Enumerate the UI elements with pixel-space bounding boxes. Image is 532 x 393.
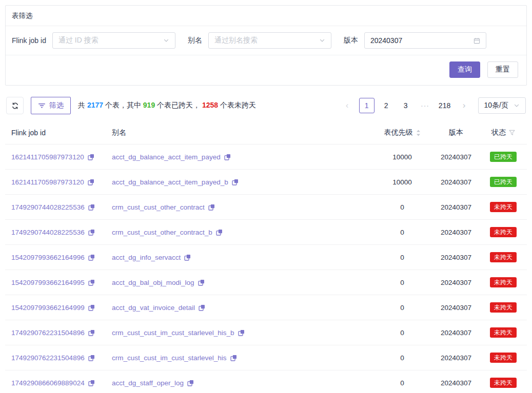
row-id-link[interactable]: 1542097993662164999 bbox=[11, 304, 85, 312]
calendar-icon bbox=[474, 37, 480, 44]
version-date-input[interactable]: 20240307 bbox=[364, 32, 486, 49]
row-version: 20240307 bbox=[432, 270, 480, 295]
filter-card: 表筛选 Flink job id 通过 ID 搜索 别名 通过别名搜索 版本 2… bbox=[5, 5, 527, 86]
pagination-next-icon[interactable]: › bbox=[457, 98, 472, 113]
copy-icon[interactable] bbox=[88, 204, 95, 211]
row-alias-link[interactable]: crm_cust_cust_other_contract bbox=[112, 203, 205, 211]
summary-part2: 个表，其中 bbox=[103, 101, 143, 109]
row-id-link[interactable]: 1542097993662164996 bbox=[11, 254, 85, 261]
table-row: 1542097993662164996 acct_dg_info_servacc… bbox=[5, 245, 527, 270]
column-header-priority: 表优先级 bbox=[372, 121, 432, 144]
table-row: 1749290866069889024 acct_dg_staff_oper_l… bbox=[5, 370, 527, 393]
filter-button[interactable]: 筛选 bbox=[31, 97, 71, 114]
copy-icon[interactable] bbox=[187, 380, 194, 386]
row-version: 20240307 bbox=[432, 320, 480, 345]
filter-button-label: 筛选 bbox=[49, 101, 64, 110]
copy-icon[interactable] bbox=[216, 229, 223, 236]
row-id-link[interactable]: 1621411705987973120 bbox=[11, 178, 84, 186]
reset-button[interactable]: 重置 bbox=[487, 61, 518, 78]
query-button[interactable]: 查询 bbox=[449, 61, 480, 78]
flink-job-id-placeholder: 通过 ID 搜索 bbox=[58, 36, 98, 45]
copy-icon[interactable] bbox=[88, 329, 95, 336]
copy-icon[interactable] bbox=[232, 179, 239, 185]
copy-icon[interactable] bbox=[88, 355, 95, 361]
row-alias-link[interactable]: crm_cust_cust_im_cust_starlevel_his_b bbox=[112, 329, 234, 337]
status-badge: 已跨天 bbox=[490, 152, 517, 162]
table-row: 1749290744028225536 crm_cust_cust_other_… bbox=[5, 195, 527, 220]
pagination-page-2[interactable]: 2 bbox=[379, 98, 394, 113]
table-body: 1621411705987973120 acct_dg_balance_acct… bbox=[5, 144, 527, 393]
pagination-page-218[interactable]: 218 bbox=[437, 98, 452, 113]
copy-icon[interactable] bbox=[88, 380, 95, 386]
row-id-link[interactable]: 1542097993662164995 bbox=[11, 279, 85, 286]
version-label: 版本 bbox=[344, 36, 358, 45]
status-badge: 未跨天 bbox=[490, 252, 517, 262]
row-priority: 0 bbox=[372, 220, 432, 245]
table-row: 1749290762231504896 crm_cust_cust_im_cus… bbox=[5, 345, 527, 370]
table-row: 1542097993662164999 acct_dg_vat_invoice_… bbox=[5, 295, 527, 320]
flink-job-id-select[interactable]: 通过 ID 搜索 bbox=[52, 32, 175, 49]
row-id-link[interactable]: 1749290762231504896 bbox=[11, 329, 85, 337]
alias-placeholder: 通过别名搜索 bbox=[214, 36, 258, 45]
row-alias-link[interactable]: crm_cust_cust_im_cust_starlevel_his bbox=[112, 354, 227, 362]
copy-icon[interactable] bbox=[88, 179, 94, 185]
row-id-link[interactable]: 1749290744028225536 bbox=[11, 229, 85, 236]
status-badge: 未跨天 bbox=[490, 327, 517, 338]
page: 表筛选 Flink job id 通过 ID 搜索 别名 通过别名搜索 版本 2… bbox=[0, 0, 532, 393]
copy-icon[interactable] bbox=[88, 154, 94, 160]
copy-icon[interactable] bbox=[88, 279, 95, 286]
summary-part3: 个表已跨天， bbox=[155, 101, 202, 109]
pagination-page-3[interactable]: 3 bbox=[398, 98, 413, 113]
copy-icon[interactable] bbox=[224, 154, 231, 160]
column-header-version: 版本 bbox=[432, 121, 480, 144]
pagination-prev-icon[interactable]: ‹ bbox=[340, 98, 355, 113]
copy-icon[interactable] bbox=[230, 355, 237, 361]
funnel-filter-icon[interactable] bbox=[509, 130, 515, 136]
pagination-page-1[interactable]: 1 bbox=[359, 98, 375, 113]
copy-icon[interactable] bbox=[208, 204, 215, 211]
row-alias-link[interactable]: acct_dg_balance_acct_item_payed_b bbox=[112, 178, 228, 186]
row-alias-link[interactable]: acct_dg_staff_oper_log bbox=[112, 379, 184, 387]
copy-icon[interactable] bbox=[198, 279, 205, 286]
row-priority: 0 bbox=[372, 195, 432, 220]
filter-lines-icon bbox=[38, 102, 46, 109]
summary-crossed: 919 bbox=[143, 101, 155, 109]
row-alias-link[interactable]: acct_dg_bal_obj_modi_log bbox=[112, 279, 194, 286]
flink-job-id-label: Flink job id bbox=[12, 36, 46, 45]
row-version: 20240307 bbox=[432, 144, 480, 170]
row-alias-link[interactable]: acct_dg_vat_invoice_detail bbox=[112, 304, 195, 312]
table-row: 1621411705987973120 acct_dg_balance_acct… bbox=[5, 144, 527, 170]
row-id-link[interactable]: 1749290762231504896 bbox=[11, 354, 85, 362]
copy-icon[interactable] bbox=[199, 304, 205, 311]
table-row: 1621411705987973120 acct_dg_balance_acct… bbox=[5, 170, 527, 195]
row-alias-link[interactable]: crm_cust_cust_other_contract_b bbox=[112, 229, 212, 236]
copy-icon[interactable] bbox=[88, 304, 95, 311]
row-alias-link[interactable]: acct_dg_balance_acct_item_payed bbox=[112, 153, 221, 161]
row-id-link[interactable]: 1749290866069889024 bbox=[11, 379, 85, 387]
status-header-label: 状态 bbox=[491, 128, 506, 137]
filter-actions: 查询 重置 bbox=[6, 55, 526, 85]
row-priority: 0 bbox=[372, 295, 432, 320]
pagination: ‹123···218›10条/页 bbox=[340, 97, 526, 114]
alias-label: 别名 bbox=[188, 36, 202, 45]
row-version: 20240307 bbox=[432, 345, 480, 370]
copy-icon[interactable] bbox=[184, 254, 191, 261]
table-toolbar: 筛选 共 2177 个表，其中 919 个表已跨天， 1258 个表未跨天 ‹1… bbox=[6, 97, 526, 114]
copy-icon[interactable] bbox=[238, 329, 245, 336]
copy-icon[interactable] bbox=[88, 254, 95, 261]
refresh-button[interactable] bbox=[6, 97, 24, 114]
column-header-status: 状态 bbox=[480, 121, 527, 144]
sort-icon[interactable] bbox=[416, 130, 421, 136]
summary-uncrossed: 1258 bbox=[202, 101, 218, 109]
row-alias-link[interactable]: acct_dg_info_servacct bbox=[112, 254, 181, 261]
chevron-down-icon bbox=[514, 102, 520, 109]
alias-select[interactable]: 通过别名搜索 bbox=[208, 32, 331, 49]
row-id-link[interactable]: 1749290744028225536 bbox=[11, 203, 85, 211]
row-id-link[interactable]: 1621411705987973120 bbox=[11, 153, 84, 161]
copy-icon[interactable] bbox=[88, 229, 95, 236]
page-size-value: 10条/页 bbox=[484, 101, 508, 110]
table-header-row: Flink job id 别名 表优先级 版本 状态 bbox=[5, 121, 527, 144]
row-version: 20240307 bbox=[432, 245, 480, 270]
filter-card-title: 表筛选 bbox=[12, 12, 33, 19]
page-size-select[interactable]: 10条/页 bbox=[478, 97, 526, 114]
